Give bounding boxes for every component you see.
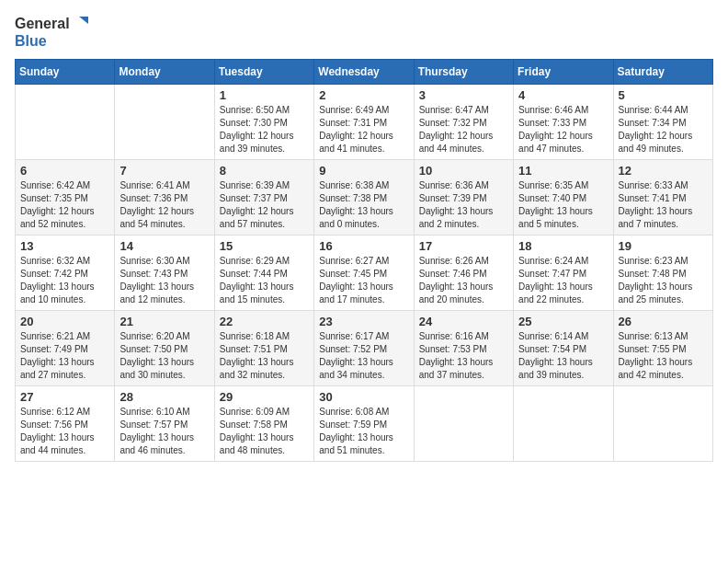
day-number: 9 <box>319 164 408 178</box>
calendar-cell: 21Sunrise: 6:20 AMSunset: 7:50 PMDayligh… <box>115 310 214 385</box>
day-number: 16 <box>319 239 408 253</box>
calendar-cell: 15Sunrise: 6:29 AMSunset: 7:44 PMDayligh… <box>214 235 313 310</box>
day-info: Sunrise: 6:33 AMSunset: 7:41 PMDaylight:… <box>619 179 708 231</box>
calendar-cell: 23Sunrise: 6:17 AMSunset: 7:52 PMDayligh… <box>314 310 414 385</box>
day-number: 12 <box>619 164 708 178</box>
header-cell-sunday: Sunday <box>16 59 115 84</box>
day-info: Sunrise: 6:13 AMSunset: 7:55 PMDaylight:… <box>619 330 708 382</box>
day-number: 20 <box>20 315 109 328</box>
day-info: Sunrise: 6:21 AMSunset: 7:49 PMDaylight:… <box>20 330 109 382</box>
day-number: 29 <box>220 390 309 404</box>
day-info: Sunrise: 6:14 AMSunset: 7:54 PMDaylight:… <box>518 330 608 382</box>
day-number: 7 <box>119 164 209 178</box>
day-number: 2 <box>319 88 408 102</box>
calendar-week-5: 27Sunrise: 6:12 AMSunset: 7:56 PMDayligh… <box>16 385 713 461</box>
day-number: 26 <box>619 315 708 328</box>
header-row: SundayMondayTuesdayWednesdayThursdayFrid… <box>16 59 713 84</box>
day-number: 5 <box>619 88 708 102</box>
logo: General Blue <box>15 15 90 50</box>
header-cell-thursday: Thursday <box>414 59 513 84</box>
calendar-table: SundayMondayTuesdayWednesdayThursdayFrid… <box>15 59 713 462</box>
calendar-cell: 18Sunrise: 6:24 AMSunset: 7:47 PMDayligh… <box>514 235 613 310</box>
day-number: 8 <box>220 164 309 178</box>
header-cell-tuesday: Tuesday <box>214 59 313 84</box>
header-cell-monday: Monday <box>115 59 214 84</box>
day-number: 14 <box>119 239 209 253</box>
day-number: 4 <box>518 88 608 102</box>
day-number: 17 <box>419 239 508 253</box>
day-info: Sunrise: 6:08 AMSunset: 7:59 PMDaylight:… <box>319 406 408 457</box>
day-info: Sunrise: 6:49 AMSunset: 7:31 PMDaylight:… <box>319 104 408 155</box>
day-number: 27 <box>20 390 109 404</box>
calendar-cell: 13Sunrise: 6:32 AMSunset: 7:42 PMDayligh… <box>16 235 115 310</box>
calendar-cell: 26Sunrise: 6:13 AMSunset: 7:55 PMDayligh… <box>613 310 712 385</box>
calendar-cell: 5Sunrise: 6:44 AMSunset: 7:34 PMDaylight… <box>613 84 712 159</box>
day-info: Sunrise: 6:26 AMSunset: 7:46 PMDaylight:… <box>419 255 508 306</box>
calendar-week-1: 1Sunrise: 6:50 AMSunset: 7:30 PMDaylight… <box>16 84 713 159</box>
calendar-cell: 1Sunrise: 6:50 AMSunset: 7:30 PMDaylight… <box>214 84 313 159</box>
calendar-header: SundayMondayTuesdayWednesdayThursdayFrid… <box>16 59 713 84</box>
calendar-cell: 14Sunrise: 6:30 AMSunset: 7:43 PMDayligh… <box>115 235 214 310</box>
calendar-cell: 17Sunrise: 6:26 AMSunset: 7:46 PMDayligh… <box>414 235 513 310</box>
calendar-week-2: 6Sunrise: 6:42 AMSunset: 7:35 PMDaylight… <box>16 159 713 235</box>
day-info: Sunrise: 6:30 AMSunset: 7:43 PMDaylight:… <box>119 255 209 306</box>
day-info: Sunrise: 6:41 AMSunset: 7:36 PMDaylight:… <box>119 179 209 231</box>
day-info: Sunrise: 6:09 AMSunset: 7:58 PMDaylight:… <box>220 406 309 457</box>
day-number: 18 <box>518 239 608 253</box>
day-info: Sunrise: 6:32 AMSunset: 7:42 PMDaylight:… <box>20 255 109 306</box>
calendar-body: 1Sunrise: 6:50 AMSunset: 7:30 PMDaylight… <box>16 84 713 461</box>
day-info: Sunrise: 6:17 AMSunset: 7:52 PMDaylight:… <box>319 330 408 382</box>
calendar-cell: 9Sunrise: 6:38 AMSunset: 7:38 PMDaylight… <box>314 159 414 235</box>
day-info: Sunrise: 6:18 AMSunset: 7:51 PMDaylight:… <box>220 330 309 382</box>
day-number: 6 <box>20 164 109 178</box>
calendar-cell: 19Sunrise: 6:23 AMSunset: 7:48 PMDayligh… <box>613 235 712 310</box>
calendar-cell: 2Sunrise: 6:49 AMSunset: 7:31 PMDaylight… <box>314 84 414 159</box>
calendar-cell: 16Sunrise: 6:27 AMSunset: 7:45 PMDayligh… <box>314 235 414 310</box>
calendar-cell: 30Sunrise: 6:08 AMSunset: 7:59 PMDayligh… <box>314 385 414 461</box>
calendar-cell: 8Sunrise: 6:39 AMSunset: 7:37 PMDaylight… <box>214 159 313 235</box>
day-info: Sunrise: 6:20 AMSunset: 7:50 PMDaylight:… <box>119 330 209 382</box>
calendar-cell <box>414 385 513 461</box>
logo-blue-text: Blue <box>15 33 47 50</box>
day-info: Sunrise: 6:42 AMSunset: 7:35 PMDaylight:… <box>20 179 109 231</box>
calendar-cell <box>514 385 613 461</box>
day-info: Sunrise: 6:24 AMSunset: 7:47 PMDaylight:… <box>518 255 608 306</box>
logo-container: General Blue <box>15 15 90 50</box>
logo-arrow-icon <box>72 15 90 33</box>
day-info: Sunrise: 6:47 AMSunset: 7:32 PMDaylight:… <box>419 104 508 155</box>
calendar-cell <box>16 84 115 159</box>
day-info: Sunrise: 6:12 AMSunset: 7:56 PMDaylight:… <box>20 406 109 457</box>
day-number: 13 <box>20 239 109 253</box>
calendar-cell <box>613 385 712 461</box>
calendar-week-4: 20Sunrise: 6:21 AMSunset: 7:49 PMDayligh… <box>16 310 713 385</box>
day-number: 22 <box>220 315 309 328</box>
calendar-cell: 20Sunrise: 6:21 AMSunset: 7:49 PMDayligh… <box>16 310 115 385</box>
day-info: Sunrise: 6:27 AMSunset: 7:45 PMDaylight:… <box>319 255 408 306</box>
calendar-cell: 6Sunrise: 6:42 AMSunset: 7:35 PMDaylight… <box>16 159 115 235</box>
day-info: Sunrise: 6:23 AMSunset: 7:48 PMDaylight:… <box>619 255 708 306</box>
day-number: 10 <box>419 164 508 178</box>
day-number: 28 <box>119 390 209 404</box>
calendar-cell: 28Sunrise: 6:10 AMSunset: 7:57 PMDayligh… <box>115 385 214 461</box>
day-number: 24 <box>419 315 508 328</box>
day-number: 11 <box>518 164 608 178</box>
day-number: 3 <box>419 88 508 102</box>
calendar-cell: 24Sunrise: 6:16 AMSunset: 7:53 PMDayligh… <box>414 310 513 385</box>
header-cell-wednesday: Wednesday <box>314 59 414 84</box>
day-number: 30 <box>319 390 408 404</box>
page-header: General Blue <box>15 15 713 50</box>
calendar-cell: 7Sunrise: 6:41 AMSunset: 7:36 PMDaylight… <box>115 159 214 235</box>
day-info: Sunrise: 6:16 AMSunset: 7:53 PMDaylight:… <box>419 330 508 382</box>
day-info: Sunrise: 6:46 AMSunset: 7:33 PMDaylight:… <box>518 104 608 155</box>
calendar-cell: 10Sunrise: 6:36 AMSunset: 7:39 PMDayligh… <box>414 159 513 235</box>
day-info: Sunrise: 6:44 AMSunset: 7:34 PMDaylight:… <box>619 104 708 155</box>
day-info: Sunrise: 6:50 AMSunset: 7:30 PMDaylight:… <box>220 104 309 155</box>
day-info: Sunrise: 6:36 AMSunset: 7:39 PMDaylight:… <box>419 179 508 231</box>
calendar-cell: 25Sunrise: 6:14 AMSunset: 7:54 PMDayligh… <box>514 310 613 385</box>
day-number: 25 <box>518 315 608 328</box>
calendar-cell: 3Sunrise: 6:47 AMSunset: 7:32 PMDaylight… <box>414 84 513 159</box>
day-number: 23 <box>319 315 408 328</box>
header-cell-saturday: Saturday <box>613 59 712 84</box>
calendar-cell: 27Sunrise: 6:12 AMSunset: 7:56 PMDayligh… <box>16 385 115 461</box>
header-cell-friday: Friday <box>514 59 613 84</box>
